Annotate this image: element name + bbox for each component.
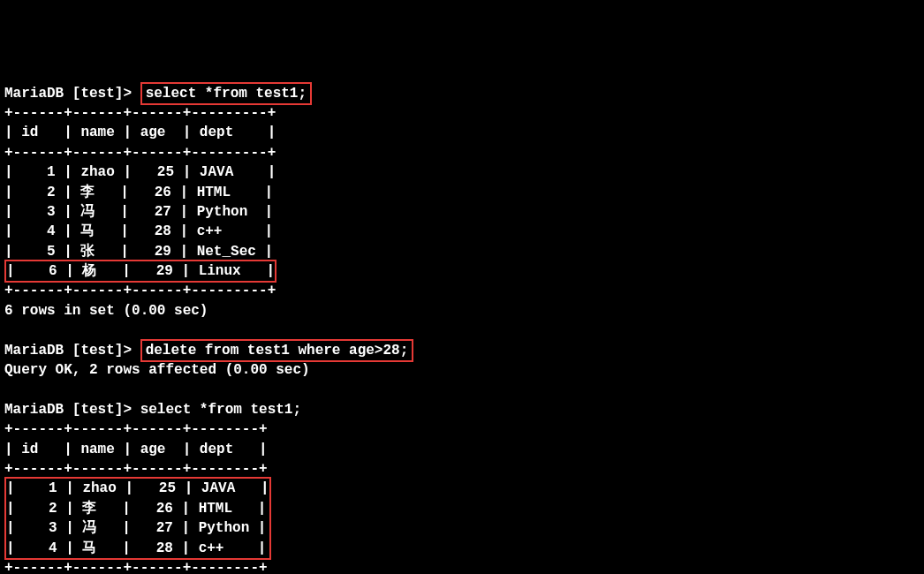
sql-command-3[interactable]: select *from test1; [140,402,301,418]
table1-row-5: | 5 | 张 | 29 | Net_Sec | [4,244,273,260]
table2-row-3: | 3 | 冯 | 27 | Python | [6,520,266,536]
table2-row-1: | 1 | zhao | 25 | JAVA | [6,480,269,496]
prompt: MariaDB [test]> [4,402,140,418]
table1-row-6-highlighted: | 6 | 杨 | 29 | Linux | [4,260,276,283]
table2-rows-highlighted: | 1 | zhao | 25 | JAVA | | 2 | 李 | 26 | … [4,477,271,560]
table2-divider-mid: +------+------+------+--------+ [4,461,268,477]
table2-divider-bot: +------+------+------+--------+ [4,560,268,574]
sql-command-2[interactable]: delete from test1 where age>28; [140,339,414,362]
table1-row-4: | 4 | 马 | 28 | c++ | [4,223,273,239]
table2-header: | id | name | age | dept | [4,442,268,457]
table1-row-2: | 2 | 李 | 26 | HTML | [4,185,273,200]
table1-divider-mid: +------+------+------+---------+ [4,145,276,161]
sql-command-1[interactable]: select *from test1; [140,82,312,105]
result1-footer: 6 rows in set (0.00 sec) [4,303,208,319]
result2: Query OK, 2 rows affected (0.00 sec) [4,362,310,378]
table1-divider-bot: +------+------+------+---------+ [4,283,276,298]
table2-divider-top: +------+------+------+--------+ [4,421,268,437]
terminal-output: MariaDB [test]> select *from test1; +---… [4,84,920,574]
table1-divider-top: +------+------+------+---------+ [4,105,276,121]
prompt: MariaDB [test]> [4,86,140,102]
table1-row-3: | 3 | 冯 | 27 | Python | [4,204,273,220]
table2-row-2: | 2 | 李 | 26 | HTML | [6,501,266,517]
table1-header: | id | name | age | dept | [4,125,276,140]
table1-row-1: | 1 | zhao | 25 | JAVA | [4,164,276,180]
prompt: MariaDB [test]> [4,343,140,359]
table2-row-4: | 4 | 马 | 28 | c++ | [6,540,266,556]
